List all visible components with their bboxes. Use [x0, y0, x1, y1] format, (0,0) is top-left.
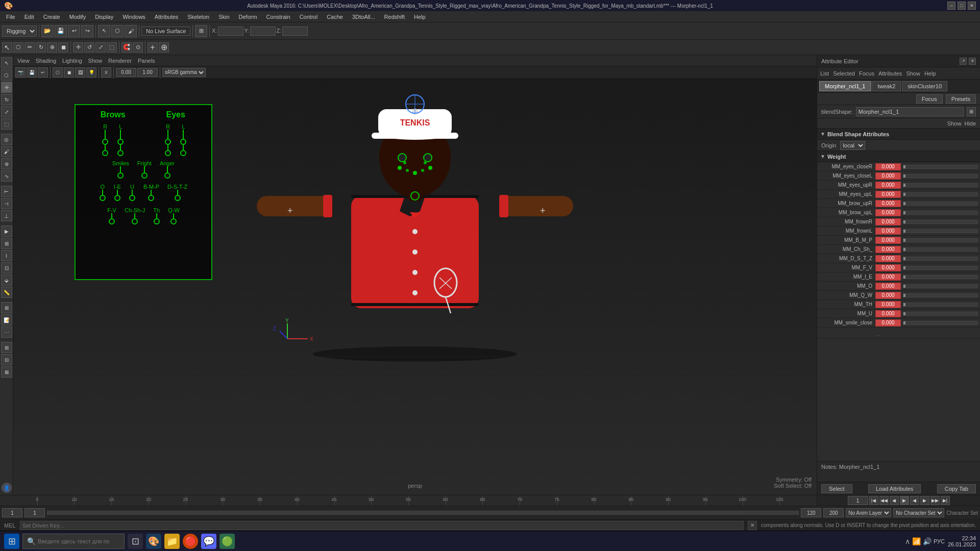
windows-search-input[interactable]	[38, 538, 109, 544]
blendshape-input[interactable]	[856, 107, 964, 116]
joint-tool[interactable]: ⊢	[1, 186, 12, 197]
menu-item-windows[interactable]: Windows	[118, 13, 150, 21]
attr-slider-10[interactable]	[903, 257, 978, 261]
timeline-area[interactable]: 5101520253035404550556065707580859095100…	[0, 495, 980, 506]
scale-tool[interactable]: ⤢	[1, 106, 12, 117]
presets-button[interactable]: Presets	[946, 94, 976, 104]
snap-curve-icon[interactable]: ⌇	[1, 250, 12, 261]
blend-attrs-panel[interactable]: ▼ Blend Shape Attributes Origin local wo…	[817, 129, 980, 461]
attr-value-1[interactable]: 0.000	[875, 172, 901, 180]
extra3-icon[interactable]: ⊠	[1, 366, 12, 378]
vp-tex-icon[interactable]: 🖼	[75, 67, 85, 78]
ae-float-button[interactable]: ↗	[960, 58, 967, 65]
panel-item-renderer[interactable]: Renderer	[108, 58, 132, 64]
attr-value-9[interactable]: 0.000	[875, 246, 901, 253]
attr-nav-help[interactable]: Help	[924, 70, 936, 77]
brows-r-control2[interactable]	[102, 150, 108, 156]
rotate-icon[interactable]: ↻	[36, 42, 46, 53]
paint-icon[interactable]: 🖌	[125, 25, 137, 37]
attr-slider-16[interactable]	[903, 312, 978, 316]
menu-item-display[interactable]: Display	[91, 13, 117, 21]
taskview-icon[interactable]: ⊡	[128, 534, 143, 549]
multi-icon[interactable]: ⊕	[47, 42, 57, 53]
snap-grid-icon[interactable]: ⊞	[1, 238, 12, 249]
rotate-tool[interactable]: ↻	[1, 94, 12, 105]
fright-control[interactable]	[141, 172, 148, 179]
current-frame-input[interactable]	[848, 496, 868, 505]
timeline-end-input[interactable]	[801, 508, 821, 517]
attr-slider-4[interactable]	[903, 202, 978, 206]
z-input[interactable]	[282, 27, 308, 36]
snap-point-icon[interactable]: ⊡	[1, 262, 12, 273]
origin-select[interactable]: local world	[840, 141, 865, 150]
maya-taskbar-icon[interactable]: 🎨	[146, 534, 161, 549]
select-icon[interactable]: ↖	[98, 25, 110, 37]
menu-item-deform[interactable]: Deform	[235, 13, 261, 21]
tray-up-icon[interactable]: ∧	[905, 537, 910, 545]
o-control[interactable]	[100, 195, 106, 201]
vp-save-icon[interactable]: 💾	[27, 67, 37, 78]
menu-item-skin[interactable]: Skin	[214, 13, 233, 21]
ae-close-button[interactable]: ✕	[969, 58, 976, 65]
more-icon[interactable]: ⋯	[1, 327, 12, 338]
play-rev-button[interactable]: ◀	[910, 496, 919, 505]
attr-slider-5[interactable]	[903, 211, 978, 215]
discord-icon[interactable]: 💬	[201, 534, 216, 549]
anim-layer-select[interactable]: No Anim Layer	[846, 508, 891, 517]
go-start-button[interactable]: |◀	[869, 496, 878, 505]
attr-slider-2[interactable]	[903, 183, 978, 187]
grid-icon[interactable]: ⊞	[1, 302, 12, 313]
vp-light-icon[interactable]: 💡	[86, 67, 96, 78]
app-icon2[interactable]: 🟢	[219, 534, 235, 549]
copy-tab-button[interactable]: Copy Tab	[937, 484, 976, 493]
focus-button[interactable]: Focus	[916, 94, 943, 104]
prev-button[interactable]: ◀	[890, 496, 899, 505]
attr-slider-11[interactable]	[903, 266, 978, 270]
vp-undo-icon[interactable]: ↩	[38, 67, 48, 78]
attr-value-7[interactable]: 0.000	[875, 228, 901, 235]
attr-value-14[interactable]: 0.000	[875, 292, 901, 299]
plus-icon[interactable]: +	[148, 42, 158, 53]
panel-item-show[interactable]: Show	[88, 58, 103, 64]
snap-icon[interactable]: 🧲	[121, 42, 132, 53]
xform-icon[interactable]: ⊞	[195, 25, 207, 37]
attr-value-0[interactable]: 0.000	[875, 163, 901, 170]
rotate2-icon[interactable]: ↺	[84, 42, 94, 53]
eyes-l-control2[interactable]	[180, 150, 186, 156]
node-tab-1[interactable]: tweak2	[872, 81, 901, 91]
redo-icon[interactable]: ↪	[81, 25, 93, 37]
attr-value-13[interactable]: 0.000	[875, 283, 901, 290]
attr-value-2[interactable]: 0.000	[875, 182, 901, 189]
menu-item-redshift[interactable]: Redshift	[380, 13, 409, 21]
vp-solid-icon[interactable]: ◼	[64, 67, 74, 78]
measure-tool[interactable]: 📏	[1, 287, 12, 298]
vp-wire-icon[interactable]: ⬡	[53, 67, 63, 78]
panel-item-lighting[interactable]: Lighting	[62, 58, 82, 64]
attr-slider-12[interactable]	[903, 275, 978, 279]
blend-section-header[interactable]: ▼ Blend Shape Attributes	[817, 129, 980, 140]
select-tool[interactable]: ↖	[1, 57, 12, 68]
load-attributes-button[interactable]: Load Attributes	[868, 484, 921, 493]
weight-section-header[interactable]: ▼ Weight	[817, 151, 980, 162]
attr-slider-6[interactable]	[903, 220, 978, 224]
menu-item-edit[interactable]: Edit	[20, 13, 38, 21]
maximize-button[interactable]: □	[958, 2, 966, 10]
attr-value-15[interactable]: 0.000	[875, 301, 901, 308]
th-control[interactable]	[154, 218, 160, 224]
eyes-r-control[interactable]	[165, 139, 171, 145]
attr-slider-1[interactable]	[903, 174, 978, 178]
paint2-icon[interactable]: ✏	[24, 42, 35, 53]
x-input[interactable]	[218, 27, 243, 36]
viewport[interactable]: ViewShadingLightingShowRendererPanels 📷 …	[13, 55, 817, 495]
soft-mod-tool[interactable]: ◎	[1, 134, 12, 145]
snap-surface-icon[interactable]: ⬙	[1, 274, 12, 286]
clear-mel-button[interactable]: ✕	[748, 521, 757, 530]
browser-icon[interactable]: 🔴	[183, 534, 198, 549]
panel-item-shading[interactable]: Shading	[36, 58, 56, 64]
next-button[interactable]: ▶	[920, 496, 929, 505]
render-icon[interactable]: ▶	[1, 226, 12, 237]
prev-frame-button[interactable]: ◀◀	[879, 496, 889, 505]
arrow-select-icon[interactable]: ↖	[2, 42, 12, 53]
node-tab-2[interactable]: skinCluster10	[902, 81, 947, 91]
attr-slider-15[interactable]	[903, 303, 978, 307]
